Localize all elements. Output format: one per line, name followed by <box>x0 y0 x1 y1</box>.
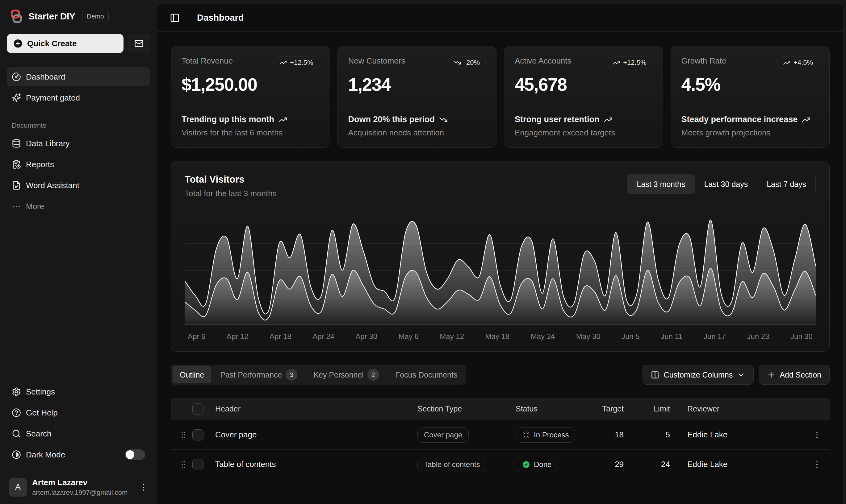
tab-past-performance[interactable]: Past Performance 3 <box>213 366 305 383</box>
tab-focus-documents[interactable]: Focus Documents <box>388 366 464 383</box>
sidebar-item-search[interactable]: Search <box>7 424 150 443</box>
x-tick: Apr 6 <box>188 332 205 341</box>
x-tick: Jun 5 <box>622 332 640 341</box>
trending-up-icon <box>783 59 790 66</box>
tab-key-personnel[interactable]: Key Personnel 2 <box>306 366 386 383</box>
customize-columns-button[interactable]: Customize Columns <box>642 365 754 385</box>
cell-reviewer[interactable]: Eddie Lake <box>670 430 800 439</box>
card-footline: Trending up this month <box>182 115 274 124</box>
more-vertical-icon[interactable] <box>139 483 148 492</box>
trending-up-icon <box>612 59 620 66</box>
sidebar-item-payment-gated[interactable]: Payment gated <box>7 88 150 107</box>
trending-down-icon <box>439 115 448 124</box>
sidebar-item-more[interactable]: More <box>7 197 150 216</box>
quick-create-button[interactable]: Quick Create <box>7 34 123 53</box>
row-actions-icon[interactable] <box>812 460 822 469</box>
row-checkbox[interactable] <box>192 429 204 440</box>
demo-badge: Demo <box>82 11 109 22</box>
sidebar-nav: Dashboard Payment gated <box>7 67 150 107</box>
x-tick: Jun 11 <box>661 332 683 341</box>
page-title: Dashboard <box>197 13 244 23</box>
sidebar-item-reports[interactable]: Reports <box>7 155 150 174</box>
sidebar-item-settings[interactable]: Settings <box>7 382 150 401</box>
inbox-button[interactable] <box>128 34 150 53</box>
brand[interactable]: Starter DIY Demo <box>7 8 150 25</box>
drag-handle-icon[interactable] <box>179 430 188 439</box>
card-title: New Customers <box>348 56 405 66</box>
stat-card-growth-rate: Growth Rate +4.5% 4.5% Steady performanc… <box>671 46 830 148</box>
range-last-3-months[interactable]: Last 3 months <box>627 174 694 194</box>
card-footline: Steady performance increase <box>681 115 798 124</box>
chart-plot-area: Apr 6 Apr 12 Apr 18 Apr 24 Apr 30 May 6 … <box>185 216 816 341</box>
gear-icon <box>12 387 21 396</box>
x-tick: Jun 30 <box>790 332 813 341</box>
cell-header[interactable]: Cover page <box>215 430 417 439</box>
sidebar-item-label: Settings <box>26 387 55 397</box>
sidebar-footer: Settings Get Help Search Dark Mode <box>7 382 150 498</box>
x-tick: Apr 24 <box>312 332 334 341</box>
sidebar-item-label: More <box>26 202 44 211</box>
range-last-7-days[interactable]: Last 7 days <box>757 174 815 194</box>
add-section-button[interactable]: Add Section <box>759 365 830 385</box>
topbar: Dashboard <box>157 4 843 32</box>
x-tick: May 30 <box>576 332 601 341</box>
card-title: Total Revenue <box>182 56 233 66</box>
section-type-badge: Cover page <box>417 427 469 443</box>
cell-header[interactable]: Table of contents <box>215 460 417 469</box>
trend-badge-value: +12.5% <box>290 59 313 67</box>
status-badge: Done <box>516 457 558 472</box>
card-subline: Meets growth projections <box>681 128 819 138</box>
card-value: 45,678 <box>515 74 652 95</box>
cell-limit[interactable]: 24 <box>624 460 670 469</box>
select-all-checkbox[interactable] <box>192 403 204 415</box>
sections-table: Header Section Type Status Target Limit … <box>171 398 830 479</box>
trending-down-icon <box>453 59 461 66</box>
trending-up-icon <box>278 115 287 124</box>
trending-up-icon <box>604 115 612 124</box>
plus-icon <box>767 371 775 379</box>
mail-icon <box>134 39 143 48</box>
x-tick: May 24 <box>531 332 555 341</box>
sidebar-item-label: Word Assistant <box>26 181 79 190</box>
column-header: Reviewer <box>670 404 800 413</box>
sections-toolbar: Outline Past Performance 3 Key Personnel… <box>171 364 830 385</box>
app-root: Starter DIY Demo Quick Create <box>0 0 846 504</box>
drag-handle-icon[interactable] <box>179 460 188 469</box>
trend-badge-value: +12.5% <box>623 59 646 67</box>
stat-cards: Total Revenue +12.5% $1,250.00 Trending … <box>171 46 830 148</box>
row-checkbox[interactable] <box>192 459 204 470</box>
sidebar-toggle-button[interactable] <box>167 10 183 26</box>
dark-mode-toggle[interactable] <box>125 449 145 460</box>
range-last-30-days[interactable]: Last 30 days <box>694 174 757 194</box>
sidebar-item-label: Dark Mode <box>26 450 65 460</box>
section-type-badge: Table of contents <box>417 457 486 472</box>
sidebar-item-dark-mode[interactable]: Dark Mode <box>7 445 150 464</box>
card-subline: Visitors for the last 6 months <box>182 128 319 138</box>
check-circle-icon <box>522 461 530 469</box>
sidebar-item-label: Payment gated <box>26 93 80 103</box>
sidebar-item-data-library[interactable]: Data Library <box>7 134 150 153</box>
cell-target[interactable]: 29 <box>590 460 624 469</box>
user-email: artem.lazarev.1997@gmail.com <box>32 489 127 497</box>
plus-circle-icon <box>13 39 23 49</box>
sidebar-item-word-assistant[interactable]: Word Assistant <box>7 176 150 195</box>
row-actions-icon[interactable] <box>812 430 822 439</box>
sidebar: Starter DIY Demo Quick Create <box>0 0 157 504</box>
column-header: Target <box>590 404 624 413</box>
loader-icon <box>522 431 530 439</box>
chart-title: Total Visitors <box>185 174 277 185</box>
visitors-area-chart[interactable] <box>185 216 816 325</box>
cell-reviewer[interactable]: Eddie Lake <box>670 460 800 469</box>
app-title: Starter DIY <box>29 11 75 22</box>
trend-badge-value: +4.5% <box>794 59 813 67</box>
cell-target[interactable]: 18 <box>590 430 624 439</box>
sidebar-item-dashboard[interactable]: Dashboard <box>7 67 150 86</box>
user-menu[interactable]: A Artem Lazarev artem.lazarev.1997@gmail… <box>7 475 150 498</box>
sidebar-item-get-help[interactable]: Get Help <box>7 403 150 422</box>
main-panel: Dashboard Total Revenue +12.5% $1,250.00… <box>157 4 844 504</box>
cell-limit[interactable]: 5 <box>624 430 670 439</box>
card-title: Growth Rate <box>681 56 726 66</box>
status-label: In Process <box>534 431 569 439</box>
chart-x-axis: Apr 6 Apr 12 Apr 18 Apr 24 Apr 30 May 6 … <box>185 332 816 341</box>
tab-outline[interactable]: Outline <box>173 366 211 383</box>
